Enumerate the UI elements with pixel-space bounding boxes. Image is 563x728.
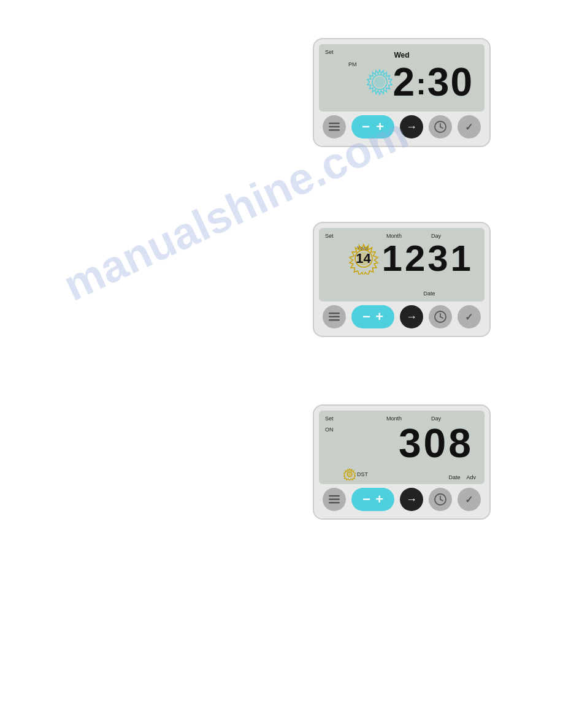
svg-rect-4 [329,126,340,128]
clock-button-2[interactable] [429,305,452,328]
day-label-1: Wed [394,51,409,59]
month-label-3: Month [386,415,402,422]
sunburst-icon-2: 14 [348,243,380,275]
svg-line-17 [440,317,443,318]
arrow-button-1[interactable]: → [400,115,423,138]
check-button-3[interactable]: ✓ [458,488,481,511]
svg-rect-22 [329,499,340,501]
svg-rect-5 [329,129,340,131]
lcd-screen-1: Wed Set PM 2:30 [319,44,484,112]
arrow-button-2[interactable]: → [400,305,423,328]
svg-rect-21 [329,495,340,497]
dst-label-3: DST [357,471,368,477]
clock-button-1[interactable] [429,115,452,138]
sunburst-icon-1 [366,69,393,96]
button-bar-3: − + → ✓ [319,484,484,514]
button-bar-2: − + → ✓ [319,301,484,331]
button-bar-1: − + → ✓ [319,112,484,141]
minus-plus-button-3[interactable]: − + [351,488,394,511]
year-value-2: 14 [356,251,370,266]
date-label-2: Date [423,290,435,297]
svg-rect-14 [329,319,340,321]
day-label-2: Day [431,233,441,239]
device-2: Set Month Day Year 14 1231 [313,222,491,337]
device-3: Set ON Month Day 308 DST Date [313,404,491,520]
day-label-3: Day [431,415,441,422]
month-label-2: Month [386,233,402,239]
lcd-digits-2: 14 1231 [325,240,478,277]
svg-line-8 [440,127,443,128]
check-button-1[interactable]: ✓ [458,115,481,138]
minus-plus-button-2[interactable]: − + [351,305,394,328]
set-label-2: Set [325,233,334,239]
lcd-digits-1: 2:30 [325,63,478,102]
menu-button-1[interactable] [323,115,346,138]
menu-button-2[interactable] [323,305,346,328]
date-bottom-label-3: Date [448,474,460,480]
svg-line-26 [440,499,443,501]
pm-label: PM [348,61,357,67]
on-label-3: ON [325,427,334,433]
minus-plus-button-1[interactable]: − + [351,115,394,138]
svg-rect-13 [329,316,340,318]
menu-button-3[interactable] [323,488,346,511]
check-button-2[interactable]: ✓ [458,305,481,328]
lcd-screen-2: Set Month Day Year 14 1231 [319,228,484,301]
set-label-1: Set [325,49,334,55]
clock-button-3[interactable] [429,488,452,511]
svg-point-2 [374,77,385,88]
date-display-2: 1231 [382,240,473,277]
lcd-screen-3: Set ON Month Day 308 DST Date [319,411,484,484]
lcd-digits-3: 308 [325,423,478,463]
svg-rect-12 [329,313,340,314]
dst-gear-icon [343,468,356,480]
svg-rect-3 [329,123,340,124]
svg-rect-23 [329,502,340,504]
date-display-3: 308 [399,423,473,463]
set-label-3: Set [325,415,334,422]
arrow-button-3[interactable]: → [400,488,423,511]
device-1: Wed Set PM 2:30 − + → [313,38,491,147]
time-display-1: 2:30 [393,63,473,102]
adv-label-3: Adv [466,474,476,480]
